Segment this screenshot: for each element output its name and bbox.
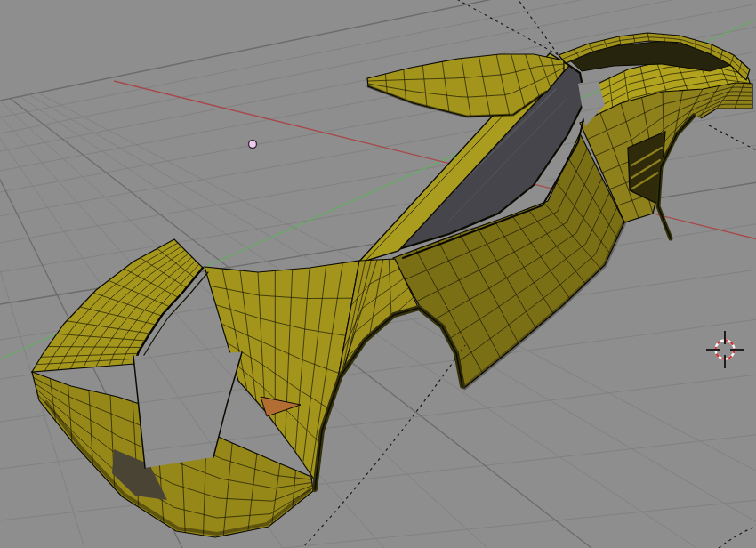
origin-dot-icon[interactable] xyxy=(249,141,257,149)
viewport-canvas[interactable] xyxy=(0,0,756,548)
blender-3d-viewport xyxy=(0,0,756,548)
object-origin-point[interactable] xyxy=(249,141,257,149)
